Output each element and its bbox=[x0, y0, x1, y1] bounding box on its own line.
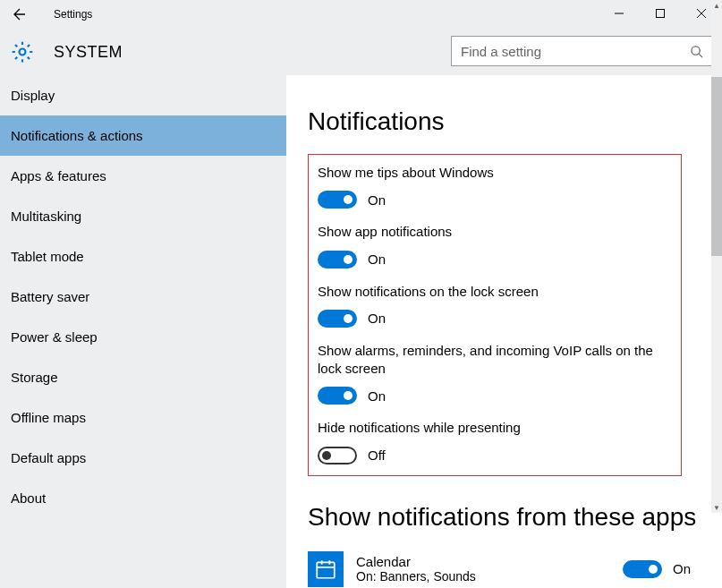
header: Settings SYSTEM bbox=[0, 0, 722, 75]
toggle-state: On bbox=[368, 388, 386, 404]
calendar-icon bbox=[308, 551, 344, 587]
toggle-state: On bbox=[673, 561, 691, 576]
setting-label: Show me tips about Windows bbox=[318, 164, 672, 182]
scroll-up-icon[interactable]: ▲ bbox=[711, 0, 722, 11]
back-button[interactable] bbox=[0, 0, 36, 29]
gear-icon bbox=[11, 40, 34, 64]
setting-lock-screen: Show notifications on the lock screen On bbox=[318, 283, 672, 328]
scrollbar-thumb[interactable] bbox=[711, 77, 722, 256]
app-name: Calendar bbox=[356, 554, 610, 569]
window-title: Settings bbox=[36, 8, 92, 21]
sidebar-item-default-apps[interactable]: Default apps bbox=[0, 438, 286, 478]
app-info: Calendar On: Banners, Sounds bbox=[356, 554, 610, 584]
svg-line-4 bbox=[699, 54, 702, 57]
svg-rect-5 bbox=[317, 562, 335, 577]
toggle-app-notifications[interactable] bbox=[318, 251, 357, 268]
toggle-hide-presenting[interactable] bbox=[318, 447, 357, 464]
toggle-state: Off bbox=[368, 447, 386, 463]
svg-point-2 bbox=[20, 49, 26, 55]
sidebar-item-about[interactable]: About bbox=[0, 478, 286, 518]
sidebar-item-storage[interactable]: Storage bbox=[0, 357, 286, 397]
toggle-tips[interactable] bbox=[318, 191, 357, 209]
content-pane: Notifications Show me tips about Windows… bbox=[286, 75, 722, 588]
apps-heading: Show notifications from these apps bbox=[308, 503, 701, 532]
window-controls bbox=[599, 0, 722, 27]
setting-tips: Show me tips about Windows On bbox=[318, 164, 672, 209]
sidebar-item-notifications[interactable]: Notifications & actions bbox=[0, 115, 286, 156]
highlighted-settings-group: Show me tips about Windows On Show app n… bbox=[308, 154, 682, 476]
sidebar-item-battery[interactable]: Battery saver bbox=[0, 277, 286, 317]
svg-point-3 bbox=[691, 46, 699, 54]
sidebar-item-multitasking[interactable]: Multitasking bbox=[0, 196, 286, 236]
maximize-button[interactable] bbox=[640, 0, 681, 27]
sidebar-item-display[interactable]: Display bbox=[0, 75, 286, 115]
search-icon bbox=[688, 45, 704, 58]
setting-label: Show app notifications bbox=[318, 223, 672, 241]
app-row-calendar[interactable]: Calendar On: Banners, Sounds On bbox=[308, 551, 691, 587]
sidebar-item-power[interactable]: Power & sleep bbox=[0, 317, 286, 357]
sidebar-item-offline-maps[interactable]: Offline maps bbox=[0, 397, 286, 438]
scroll-down-icon[interactable]: ▼ bbox=[711, 502, 722, 513]
search-input[interactable] bbox=[461, 44, 688, 59]
svg-rect-1 bbox=[657, 10, 665, 18]
back-arrow-icon bbox=[11, 7, 25, 21]
minimize-button[interactable] bbox=[599, 0, 640, 27]
setting-app-notifications: Show app notifications On bbox=[318, 223, 672, 268]
page-heading: Notifications bbox=[308, 107, 701, 136]
setting-label: Show notifications on the lock screen bbox=[318, 283, 672, 301]
setting-label: Show alarms, reminders, and incoming VoI… bbox=[318, 342, 672, 379]
titlebar: Settings bbox=[0, 0, 722, 29]
toggle-lock-screen[interactable] bbox=[318, 310, 357, 328]
toggle-alarms-lock[interactable] bbox=[318, 387, 357, 405]
toggle-state: On bbox=[368, 311, 386, 326]
search-box[interactable] bbox=[451, 36, 714, 66]
body: Display Notifications & actions Apps & f… bbox=[0, 75, 722, 588]
setting-alarms-lock: Show alarms, reminders, and incoming VoI… bbox=[318, 342, 672, 405]
minimize-icon bbox=[615, 9, 624, 18]
scrollbar[interactable]: ▲ ▼ bbox=[711, 0, 722, 513]
sidebar-item-tablet[interactable]: Tablet mode bbox=[0, 236, 286, 277]
close-icon bbox=[697, 9, 706, 18]
toggle-state: On bbox=[368, 192, 386, 208]
section-title: SYSTEM bbox=[54, 43, 123, 62]
toggle-state: On bbox=[368, 251, 386, 267]
setting-label: Hide notifications while presenting bbox=[318, 419, 672, 437]
setting-hide-presenting: Hide notifications while presenting Off bbox=[318, 419, 672, 464]
sidebar: Display Notifications & actions Apps & f… bbox=[0, 75, 286, 588]
toggle-app-calendar[interactable] bbox=[623, 560, 662, 578]
sidebar-item-apps[interactable]: Apps & features bbox=[0, 156, 286, 196]
app-subtitle: On: Banners, Sounds bbox=[356, 569, 610, 584]
maximize-icon bbox=[656, 9, 665, 18]
